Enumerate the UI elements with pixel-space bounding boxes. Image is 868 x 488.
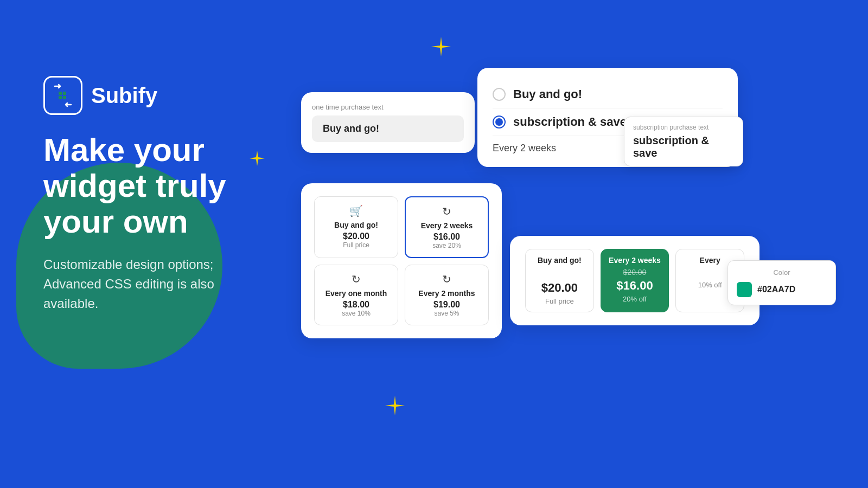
freq-label: Every 2 weeks — [493, 143, 556, 154]
cell-sub-1month: save 10% — [320, 310, 392, 317]
color-picker-popup: Color #02AA7D — [727, 260, 836, 305]
sub-row-buy[interactable]: Buy and go! — [493, 81, 723, 108]
left-section: Subify Make your widget truly your own C… — [43, 76, 271, 313]
grid-cell-2months[interactable]: ↻ Every 2 months $19.00 save 5% — [405, 265, 489, 325]
cell-sub-buy: Full price — [320, 241, 392, 249]
subtext: Customizable design options; Advanced CS… — [43, 255, 271, 313]
refresh-icon-1: ↻ — [411, 205, 482, 218]
subscription-tooltip: subscription purchase text subscription … — [624, 117, 743, 166]
grid-cell-1month[interactable]: ↻ Every one month $18.00 save 10% — [314, 265, 398, 325]
widget-one-time: one time purchase text Buy and go! — [301, 92, 475, 153]
svg-rect-2 — [59, 96, 62, 99]
widget-label: one time purchase text — [312, 103, 464, 111]
cc-price-buy: $20.00 — [530, 281, 589, 295]
cart-icon: 🛒 — [320, 204, 392, 217]
logo-name: Subify — [91, 84, 157, 108]
cc-title-2weeks: Every 2 weeks — [605, 256, 665, 265]
sub-label-buy: Buy and go! — [513, 87, 723, 101]
sparkle-bottom — [385, 396, 405, 415]
cell-title-1month: Every one month — [320, 289, 392, 298]
refresh-icon-3: ↻ — [411, 273, 483, 286]
cc-discount-buy: Full price — [530, 297, 589, 305]
grid-cell-2weeks[interactable]: ↻ Every 2 weeks $16.00 save 20% — [405, 196, 489, 258]
refresh-icon-2: ↻ — [320, 273, 392, 286]
cell-price-buy: $20.00 — [320, 232, 392, 241]
cell-sub-2weeks: save 20% — [411, 242, 482, 249]
widget-color: Buy and go! $20.00 Full price Every 2 we… — [510, 236, 760, 325]
grid-cell-buy[interactable]: 🛒 Buy and go! $20.00 Full price — [314, 196, 398, 258]
cell-sub-2months: save 5% — [411, 310, 483, 317]
cc-price-2weeks: $16.00 — [605, 279, 665, 293]
color-cell-every[interactable]: Every 10% off Color #02AA7D — [675, 249, 744, 312]
cell-title-2months: Every 2 months — [411, 289, 483, 298]
widget-grid: 🛒 Buy and go! $20.00 Full price ↻ Every … — [301, 183, 502, 338]
svg-rect-3 — [63, 96, 66, 99]
tooltip-value: subscription & save — [633, 134, 734, 159]
cell-price-2months: $19.00 — [411, 300, 483, 310]
cell-title-2weeks: Every 2 weeks — [411, 221, 482, 230]
color-cell-buy[interactable]: Buy and go! $20.00 Full price — [525, 249, 594, 312]
buy-go-button[interactable]: Buy and go! — [312, 115, 464, 142]
cell-price-2weeks: $16.00 — [411, 232, 482, 242]
color-options-grid: Buy and go! $20.00 Full price Every 2 we… — [525, 249, 744, 312]
svg-rect-0 — [59, 92, 62, 95]
cell-price-1month: $18.00 — [320, 300, 392, 310]
logo-row: Subify — [43, 76, 271, 115]
cell-title-buy: Buy and go! — [320, 221, 392, 229]
cc-title-buy: Buy and go! — [530, 256, 589, 265]
svg-rect-1 — [63, 92, 66, 95]
options-grid: 🛒 Buy and go! $20.00 Full price ↻ Every … — [314, 196, 489, 325]
color-swatch[interactable] — [737, 282, 752, 297]
color-cell-2weeks[interactable]: Every 2 weeks $20.00 $16.00 20% off — [601, 249, 669, 312]
cc-price-old: $20.00 — [605, 268, 665, 277]
color-hex: #02AA7D — [757, 285, 795, 294]
headline: Make your widget truly your own — [43, 132, 271, 240]
cp-label: Color — [737, 268, 827, 277]
tooltip-label: subscription purchase text — [633, 124, 734, 131]
logo-icon — [43, 76, 82, 115]
sparkle-mid — [250, 151, 265, 166]
widget-subscription: subscription purchase text subscription … — [477, 68, 738, 167]
cp-value: #02AA7D — [737, 282, 827, 297]
radio-buy[interactable] — [493, 88, 506, 101]
sparkle-top — [431, 37, 451, 56]
cc-discount-2weeks: 20% off — [605, 295, 665, 303]
radio-subscription[interactable] — [493, 115, 506, 129]
